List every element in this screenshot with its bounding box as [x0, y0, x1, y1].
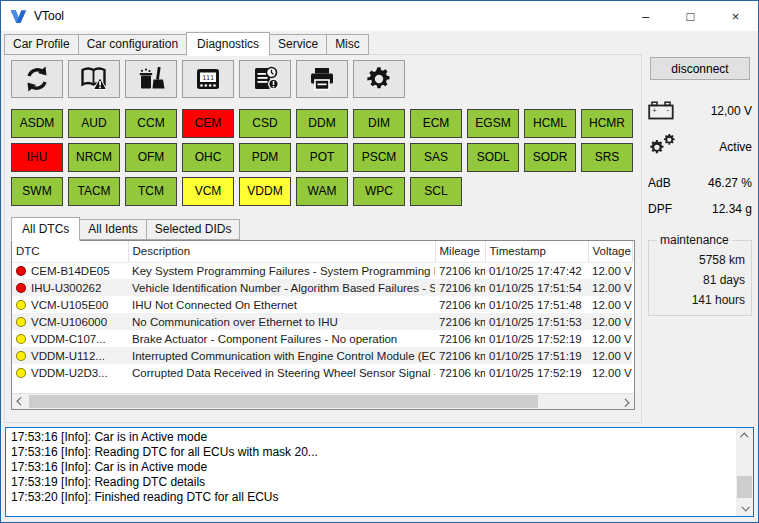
settings-button[interactable]	[353, 60, 405, 98]
ecu-grid: ASDMAUDCCMCEMCSDDDMDIMECMEGSMHCMLHCMRIHU…	[11, 109, 639, 206]
log-line: 17:53:16 [Info]: Reading DTC for all ECU…	[11, 445, 733, 460]
ecu-button-ccm[interactable]: CCM	[125, 109, 177, 138]
ecu-button-sas[interactable]: SAS	[410, 143, 462, 172]
ecu-button-nrcm[interactable]: NRCM	[68, 143, 120, 172]
ecu-button-sodr[interactable]: SODR	[524, 143, 576, 172]
titlebar[interactable]: VTool – □ ×	[1, 1, 758, 31]
car-mode-row: Active	[648, 133, 752, 161]
tab-misc[interactable]: Misc	[326, 34, 369, 55]
severity-dot-yellow	[16, 300, 26, 310]
vertical-scrollbar[interactable]	[736, 428, 753, 516]
ecu-button-dim[interactable]: DIM	[353, 109, 405, 138]
minimize-button[interactable]: –	[623, 1, 668, 31]
dtc-report-icon	[251, 65, 279, 93]
ecu-button-hcmr[interactable]: HCMR	[581, 109, 633, 138]
ecu-button-tcm[interactable]: TCM	[125, 177, 177, 206]
ecu-button-csd[interactable]: CSD	[239, 109, 291, 138]
column-header-timestamp[interactable]: Timestamp	[485, 241, 588, 262]
toolbar: 111	[11, 60, 405, 98]
clear-dtc-icon	[137, 65, 165, 93]
maintenance-days: 81 days	[655, 273, 745, 287]
maximize-button[interactable]: □	[668, 1, 713, 31]
ecu-button-ohc[interactable]: OHC	[182, 143, 234, 172]
horizontal-scrollbar[interactable]	[12, 393, 634, 409]
tab-car-profile[interactable]: Car Profile	[4, 34, 79, 55]
tab-service[interactable]: Service	[269, 34, 327, 55]
log-line: 17:53:20 [Info]: Finished reading DTC fo…	[11, 490, 733, 505]
close-button[interactable]: ×	[713, 1, 758, 31]
column-header-voltage[interactable]: Voltage	[588, 241, 632, 262]
dtc-row[interactable]: VDDM-U2D3...Corrupted Data Received in S…	[12, 364, 632, 381]
main-tabstrip: Car Profile Car configuration Diagnostic…	[4, 34, 368, 55]
maintenance-km: 5758 km	[655, 253, 745, 267]
log-line: 17:53:16 [Info]: Car is in Active mode	[11, 430, 733, 445]
vertical-scrollbar-thumb[interactable]	[737, 476, 752, 497]
settings-gear-icon	[365, 65, 393, 93]
severity-dot-yellow	[16, 351, 26, 361]
ecu-button-vddm[interactable]: VDDM	[239, 177, 291, 206]
dtc-row[interactable]: IHU-U300262Vehicle Identification Number…	[12, 279, 632, 296]
severity-dot-red	[16, 266, 26, 276]
vtool-window: VTool – □ × Car Profile Car configuratio…	[0, 0, 759, 523]
tab-all-idents[interactable]: All Idents	[79, 219, 146, 240]
ecu-button-wpc[interactable]: WPC	[353, 177, 405, 206]
ecu-button-pscm[interactable]: PSCM	[353, 143, 405, 172]
scroll-left-icon[interactable]	[12, 394, 28, 410]
severity-dot-yellow	[16, 334, 26, 344]
maintenance-hours: 141 hours	[655, 293, 745, 307]
car-mode-value: Active	[719, 140, 752, 154]
dtc-row[interactable]: VCM-U106000No Communication over Etherne…	[12, 313, 632, 330]
window-title: VTool	[34, 9, 64, 23]
dtc-report-button[interactable]	[239, 60, 291, 98]
dtc-row[interactable]: VDDM-C107...Brake Actuator - Component F…	[12, 330, 632, 347]
ecu-button-ofm[interactable]: OFM	[125, 143, 177, 172]
tab-diagnostics[interactable]: Diagnostics	[186, 32, 270, 56]
dpf-row: DPF 12.34 g	[648, 202, 752, 216]
refresh-button[interactable]	[11, 60, 63, 98]
instrument-cluster-button[interactable]: 111	[182, 60, 234, 98]
print-button[interactable]	[296, 60, 348, 98]
ecu-button-ihu[interactable]: IHU	[11, 143, 63, 172]
ecu-button-aud[interactable]: AUD	[68, 109, 120, 138]
ecu-button-sodl[interactable]: SODL	[467, 143, 519, 172]
ecu-button-tacm[interactable]: TACM	[68, 177, 120, 206]
dtc-row[interactable]: CEM-B14DE05Key System Programming Failur…	[12, 262, 632, 279]
dtc-row[interactable]: VDDM-U112...Interrupted Communication wi…	[12, 347, 632, 364]
dtc-tabstrip: All DTCs All Idents Selected DIDs	[11, 218, 239, 240]
severity-dot-yellow	[16, 368, 26, 378]
ecu-button-wam[interactable]: WAM	[296, 177, 348, 206]
column-header-dtc[interactable]: DTC	[12, 241, 128, 262]
scroll-right-icon[interactable]	[618, 394, 634, 410]
ecu-button-cem[interactable]: CEM	[182, 109, 234, 138]
ecu-button-asdm[interactable]: ASDM	[11, 109, 63, 138]
ecu-button-srs[interactable]: SRS	[581, 143, 633, 172]
tab-all-dtcs[interactable]: All DTCs	[11, 217, 80, 241]
ecu-button-ddm[interactable]: DDM	[296, 109, 348, 138]
log-textbox[interactable]: 17:53:16 [Info]: Car is in Active mode17…	[5, 427, 754, 517]
tab-car-configuration[interactable]: Car configuration	[78, 34, 187, 55]
dpf-value: 12.34 g	[712, 202, 752, 216]
read-dtc-button[interactable]	[68, 60, 120, 98]
scroll-up-icon[interactable]	[736, 428, 753, 444]
scroll-down-icon[interactable]	[736, 500, 753, 516]
maintenance-title: maintenance	[657, 233, 732, 247]
ecu-button-vcm[interactable]: VCM	[182, 177, 234, 206]
ecu-button-ecm[interactable]: ECM	[410, 109, 462, 138]
column-header-description[interactable]: Description	[128, 241, 435, 262]
ecu-button-pot[interactable]: POT	[296, 143, 348, 172]
adb-label: AdB	[648, 176, 671, 190]
log-line: 17:53:19 [Info]: Reading DTC details	[11, 475, 733, 490]
horizontal-scrollbar-thumb[interactable]	[29, 395, 538, 408]
refresh-icon	[23, 65, 51, 93]
clear-dtc-button[interactable]	[125, 60, 177, 98]
column-header-mileage[interactable]: Mileage	[435, 241, 485, 262]
ecu-button-egsm[interactable]: EGSM	[467, 109, 519, 138]
ecu-button-swm[interactable]: SWM	[11, 177, 63, 206]
disconnect-button[interactable]: disconnect	[650, 57, 750, 80]
ecu-button-scl[interactable]: SCL	[410, 177, 462, 206]
print-icon	[308, 65, 336, 93]
tab-selected-dids[interactable]: Selected DIDs	[146, 219, 241, 240]
ecu-button-pdm[interactable]: PDM	[239, 143, 291, 172]
ecu-button-hcml[interactable]: HCML	[524, 109, 576, 138]
dtc-row[interactable]: VCM-U105E00IHU Not Connected On Ethernet…	[12, 296, 632, 313]
